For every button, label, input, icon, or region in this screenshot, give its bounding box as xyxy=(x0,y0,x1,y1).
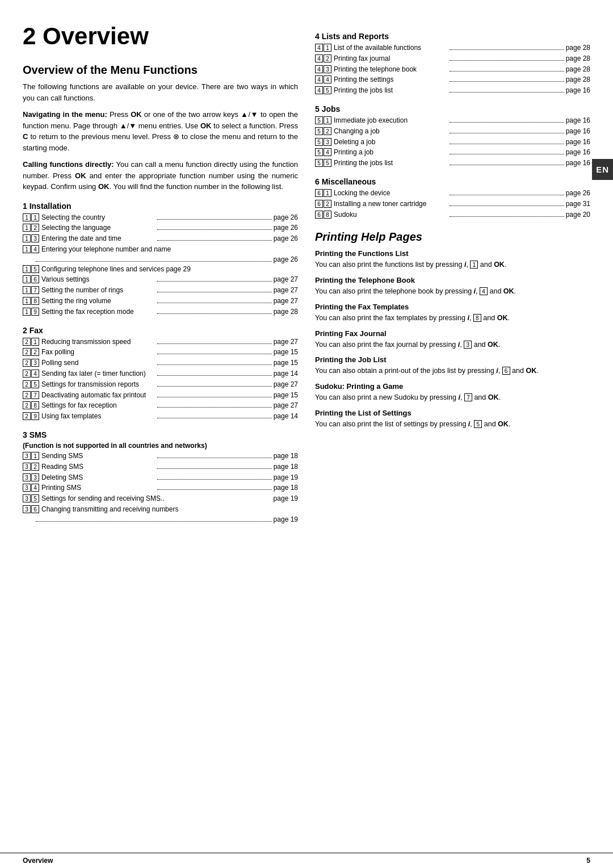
keys-11: 11 xyxy=(23,213,39,221)
menu-entry-28: 28 Settings for fax reception page 27 xyxy=(23,401,298,410)
page-ref-51: page 16 xyxy=(566,116,590,125)
keys-29: 29 xyxy=(23,412,39,420)
fax-section: 2 Fax 21 Reducing transmission speed pag… xyxy=(23,326,298,421)
keys-44: 44 xyxy=(315,76,331,83)
page-ref-14: page 26 xyxy=(274,255,298,263)
lists-reports-section: 4 Lists and Reports 41 List of the avail… xyxy=(315,32,590,95)
entry-text-22: Fax polling xyxy=(41,347,156,357)
keys-16: 16 xyxy=(23,275,39,283)
page-ref-31: page 18 xyxy=(274,451,298,461)
menu-entry-35: 35 Settings for sending and receiving SM… xyxy=(23,494,298,504)
keys-27: 27 xyxy=(23,391,39,399)
lists-reports-title: 4 Lists and Reports xyxy=(315,32,590,41)
entry-text-25: Settings for transmission reports xyxy=(41,380,156,389)
call-label: Calling functions directly: xyxy=(23,160,114,169)
page-ref-61: page 26 xyxy=(566,188,590,198)
entry-text-43: Printing the telephone book xyxy=(334,65,448,74)
page-ref-13: page 26 xyxy=(274,234,298,244)
page-ref-54: page 16 xyxy=(566,148,590,157)
menu-entry-41: 41 List of the available functions page … xyxy=(315,43,590,53)
page: EN 2 Overview Overview of the Menu Funct… xyxy=(0,0,613,868)
keys-61: 61 xyxy=(315,189,331,197)
installation-section: 1 Installation 11 Selecting the country … xyxy=(23,202,298,317)
help-fax-journal-text: You can also print the fax journal by pr… xyxy=(315,339,590,350)
menu-entry-52: 52 Changing a job page 16 xyxy=(315,127,590,136)
menu-entry-16: 16 Various settings page 27 xyxy=(23,275,298,284)
menu-entry-12: 12 Selecting the language page 26 xyxy=(23,223,298,233)
menu-entry-15: 15 Configuring telephone lines and servi… xyxy=(23,265,298,274)
keys-42: 42 xyxy=(315,54,331,62)
entry-text-16: Various settings xyxy=(41,275,156,284)
menu-entry-54: 54 Printing a job page 16 xyxy=(315,148,590,157)
entry-text-21: Reducing transmission speed xyxy=(41,337,156,347)
menu-entry-45: 45 Printing the jobs list page 16 xyxy=(315,86,590,95)
page-ref-29: page 14 xyxy=(274,412,298,421)
keys-62: 62 xyxy=(315,200,331,208)
misc-title: 6 Miscellaneous xyxy=(315,177,590,186)
keys-41: 41 xyxy=(315,44,331,52)
entry-text-51: Immediate job execution xyxy=(334,116,448,125)
entry-text-29: Using fax templates xyxy=(41,412,156,421)
keys-25: 25 xyxy=(23,380,39,388)
help-functions-list-text: You can also print the functions list by… xyxy=(315,259,590,270)
sms-title: 3 SMS xyxy=(23,430,298,439)
keys-54: 54 xyxy=(315,148,331,156)
page-ref-17: page 27 xyxy=(274,286,298,295)
entry-text-23: Polling send xyxy=(41,358,156,368)
footer-chapter-label: Overview xyxy=(23,857,53,865)
menu-entry-19: 19 Setting the fax reception mode page 2… xyxy=(23,307,298,317)
help-list-settings: Printing the List of Settings You can al… xyxy=(315,409,590,430)
keys-23: 23 xyxy=(23,359,39,367)
nav-para: Navigating in the menu: Press OK or one … xyxy=(23,109,298,153)
menu-entry-36: 36 Changing transmitting and receiving n… xyxy=(23,505,298,514)
chapter-title: 2 Overview xyxy=(23,23,298,50)
page-ref-33: page 19 xyxy=(274,473,298,483)
misc-section: 6 Miscellaneous 61 Locking the device pa… xyxy=(315,177,590,219)
entry-text-62: Installing a new toner cartridge xyxy=(334,199,448,209)
page-ref-28: page 27 xyxy=(274,401,298,410)
page-ref-27: page 15 xyxy=(274,391,298,400)
keys-52: 52 xyxy=(315,127,331,135)
menu-entry-23: 23 Polling send page 15 xyxy=(23,358,298,368)
menu-entry-21: 21 Reducing transmission speed page 27 xyxy=(23,337,298,347)
help-sudoku-text: You can also print a new Sudoku by press… xyxy=(315,392,590,403)
menu-entry-13: 13 Entering the date and time page 26 xyxy=(23,234,298,244)
entry-text-53: Deleting a job xyxy=(334,137,448,147)
help-telephone-book-text: You can also print the telephone book by… xyxy=(315,286,590,297)
keys-31: 31 xyxy=(23,452,39,460)
nav-label: Navigating in the menu: xyxy=(23,110,107,119)
jobs-section: 5 Jobs 51 Immediate job execution page 1… xyxy=(315,104,590,168)
help-fax-journal-title: Printing Fax Journal xyxy=(315,329,590,338)
printing-help-title: Printing Help Pages xyxy=(315,230,590,244)
help-job-list: Printing the Job List You can also obtai… xyxy=(315,355,590,376)
entry-text-68: Sudoku xyxy=(334,210,448,220)
entry-text-41: List of the available functions xyxy=(334,43,448,53)
en-tab: EN xyxy=(592,159,613,180)
entry-text-24: Sending fax later (= timer function) xyxy=(41,369,156,379)
page-ref-45: page 16 xyxy=(566,86,590,95)
entry-text-13: Entering the date and time xyxy=(41,234,156,244)
entry-text-54: Printing a job xyxy=(334,148,448,157)
entry-wrap-14: page 26 xyxy=(23,255,298,263)
menu-entry-22: 22 Fax polling page 15 xyxy=(23,347,298,357)
page-ref-53: page 16 xyxy=(566,137,590,147)
menu-entry-27: 27 Deactivating automatic fax printout p… xyxy=(23,391,298,400)
help-sudoku: Sudoku: Printing a Game You can also pri… xyxy=(315,382,590,403)
intro-para1: The following functions are available on… xyxy=(23,81,298,103)
menu-entry-44: 44 Printing the settings page 28 xyxy=(315,75,590,85)
entry-text-28: Settings for fax reception xyxy=(41,401,156,410)
help-fax-journal: Printing Fax Journal You can also print … xyxy=(315,329,590,350)
entry-text-18: Setting the ring volume xyxy=(41,296,156,306)
entry-text-17: Setting the number of rings xyxy=(41,286,156,295)
menu-entry-53: 53 Deleting a job page 16 xyxy=(315,137,590,147)
keys-34: 34 xyxy=(23,484,39,492)
page-ref-42: page 28 xyxy=(566,54,590,64)
page-ref-21: page 27 xyxy=(274,337,298,347)
help-sudoku-title: Sudoku: Printing a Game xyxy=(315,382,590,391)
keys-35: 35 xyxy=(23,494,39,502)
page-ref-16: page 27 xyxy=(274,275,298,284)
page-ref-55: page 16 xyxy=(566,158,590,168)
entry-text-44: Printing the settings xyxy=(334,75,448,85)
menu-entry-55: 55 Printing the jobs list page 16 xyxy=(315,158,590,168)
page-ref-25: page 27 xyxy=(274,380,298,389)
